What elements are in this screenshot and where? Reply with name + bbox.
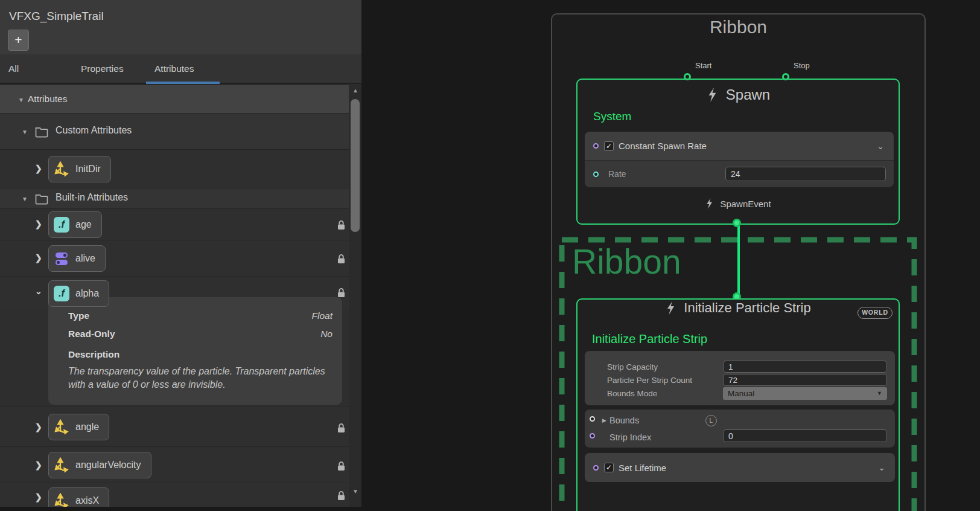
rate-input[interactable] <box>725 167 886 181</box>
set-lifetime-port[interactable] <box>593 465 599 471</box>
add-attribute-button[interactable]: + <box>8 30 29 51</box>
tab-all[interactable]: All <box>0 54 72 83</box>
initialize-context-label: Initialize Particle Strip <box>592 332 707 346</box>
vector-type-icon <box>54 419 69 435</box>
attribute-row-age[interactable]: ❯ .f age <box>0 209 349 240</box>
initialize-props-block: ▶ Bounds L Strip Index <box>585 410 895 448</box>
set-lifetime-block[interactable]: ✓ Set Lifetime ⌄ <box>585 453 895 482</box>
strip-index-port[interactable] <box>590 433 595 439</box>
strip-index-input[interactable] <box>723 429 887 442</box>
spawn-output-port[interactable] <box>733 219 741 227</box>
collapse-triangle-icon[interactable]: ▼ <box>22 129 28 135</box>
chevron-down-icon[interactable]: ⌄ <box>878 463 885 472</box>
strip-capacity-input[interactable] <box>723 361 887 373</box>
tree-root-attributes[interactable]: ▼ Attributes <box>0 85 361 114</box>
bounds-row: ▶ Bounds L <box>585 413 895 428</box>
scroll-up-icon[interactable]: ▲ <box>351 87 360 94</box>
scrollbar-thumb[interactable] <box>351 99 360 232</box>
spawn-block-group: ✓ Constant Spawn Rate ⌄ Rate <box>585 132 894 187</box>
chevron-down-icon[interactable]: ⌄ <box>877 141 884 151</box>
spawn-context-label: System <box>593 110 631 123</box>
particle-per-strip-count-input[interactable] <box>723 374 887 386</box>
chevron-right-icon[interactable]: ❯ <box>35 219 42 229</box>
readonly-value: No <box>320 329 332 339</box>
description-text: The transparency value of the particle. … <box>68 365 334 392</box>
expander-triangle-icon[interactable]: ▶ <box>602 413 606 428</box>
lock-icon <box>337 461 346 471</box>
spawn-stop-port[interactable] <box>782 73 789 80</box>
spawn-event-label: SpawnEvent <box>720 199 771 209</box>
attribute-row-angle[interactable]: ❯ angle <box>0 406 349 447</box>
rate-port[interactable] <box>593 172 599 177</box>
attribute-row-axisx[interactable]: ❯ axisX <box>0 483 349 507</box>
spawn-event-row: SpawnEvent <box>576 194 900 213</box>
attribute-name: age <box>75 219 92 230</box>
attribute-pill-initdir[interactable]: InitDir <box>48 156 111 182</box>
bounds-mode-value: Manual <box>728 389 754 398</box>
group-builtin-attributes[interactable]: ▼ Built-in Attributes <box>0 188 349 209</box>
collapse-triangle-icon[interactable]: ▼ <box>18 97 24 103</box>
attribute-pill-age[interactable]: .f age <box>48 211 102 238</box>
ribbon-group-label[interactable]: Ribbon <box>572 242 681 281</box>
tree-root-label: Attributes <box>28 94 67 104</box>
flow-edge[interactable] <box>737 225 740 298</box>
initialize-node-title: Initialize Particle Strip <box>684 300 810 316</box>
attribute-name: angle <box>75 422 99 432</box>
attribute-pill-alive[interactable]: alive <box>48 245 106 272</box>
constant-spawn-rate-checkbox[interactable]: ✓ <box>604 141 614 151</box>
lock-icon <box>337 423 346 433</box>
chevron-right-icon[interactable]: ❯ <box>35 492 42 502</box>
attribute-pill-angle[interactable]: angle <box>48 414 109 440</box>
attribute-pill-angular-velocity[interactable]: angularVelocity <box>48 452 151 478</box>
blackboard-panel: VFXG_SimpleTrail + All Properties Attrib… <box>0 0 361 507</box>
attribute-row-initdir[interactable]: ❯ InitDir <box>0 150 349 188</box>
attribute-pill-alpha[interactable]: .f alpha <box>48 280 109 307</box>
lock-icon <box>337 220 346 230</box>
vector-type-icon <box>54 493 69 507</box>
chevron-right-icon[interactable]: ❯ <box>35 460 42 470</box>
scroll-down-icon[interactable]: ▼ <box>351 488 360 495</box>
constant-spawn-rate-port[interactable] <box>593 143 599 149</box>
check-icon: ✓ <box>606 463 612 472</box>
set-lifetime-checkbox[interactable]: ✓ <box>604 463 614 472</box>
bounds-mode-dropdown[interactable]: Manual ▼ <box>723 387 887 400</box>
constant-spawn-rate-block[interactable]: ✓ Constant Spawn Rate ⌄ <box>585 132 894 160</box>
strip-capacity-label: Strip Capacity <box>607 361 658 374</box>
lock-icon <box>337 254 346 264</box>
folder-icon <box>35 193 49 205</box>
attribute-name: axisX <box>75 495 99 506</box>
blackboard-title: VFXG_SimpleTrail <box>9 10 104 23</box>
system-title: Ribbon <box>551 17 926 37</box>
collapse-triangle-icon[interactable]: ▼ <box>22 196 28 202</box>
group-custom-attributes[interactable]: ▼ Custom Attributes <box>0 114 349 150</box>
attribute-name: alpha <box>75 288 99 299</box>
group-label: Built-in Attributes <box>56 192 128 203</box>
chevron-down-icon[interactable]: ⌄ <box>35 286 42 296</box>
chevron-right-icon[interactable]: ❯ <box>35 422 42 432</box>
strip-index-label: Strip Index <box>609 429 651 445</box>
tab-properties[interactable]: Properties <box>72 54 146 83</box>
attribute-pill-axisx[interactable]: axisX <box>48 487 109 507</box>
attribute-name: InitDir <box>75 164 101 175</box>
bounds-port[interactable] <box>590 416 595 422</box>
float-type-icon: .f <box>54 217 69 233</box>
type-value: Float <box>312 310 332 321</box>
chevron-right-icon[interactable]: ❯ <box>35 164 42 173</box>
dropdown-arrow-icon: ▼ <box>877 387 882 400</box>
initialize-settings-block: Strip Capacity Particle Per Strip Count … <box>585 351 895 405</box>
strip-index-row: Strip Index <box>585 429 895 445</box>
tab-attributes[interactable]: Attributes <box>146 54 220 83</box>
rate-row: Rate <box>585 161 894 187</box>
space-world-badge[interactable]: WORLD <box>858 307 892 319</box>
attribute-row-angular-velocity[interactable]: ❯ angularVelocity <box>0 447 349 483</box>
start-port-label: Start <box>695 61 711 70</box>
lock-icon <box>337 490 346 501</box>
attribute-row-alive[interactable]: ❯ alive <box>0 240 349 277</box>
folder-icon <box>35 126 49 138</box>
float-type-icon: .f <box>54 286 69 301</box>
readonly-label: Read-Only <box>68 329 115 339</box>
chevron-right-icon[interactable]: ❯ <box>35 253 42 263</box>
bool-type-icon <box>54 251 69 266</box>
local-space-badge[interactable]: L <box>705 415 717 426</box>
spawn-start-port[interactable] <box>684 73 691 80</box>
